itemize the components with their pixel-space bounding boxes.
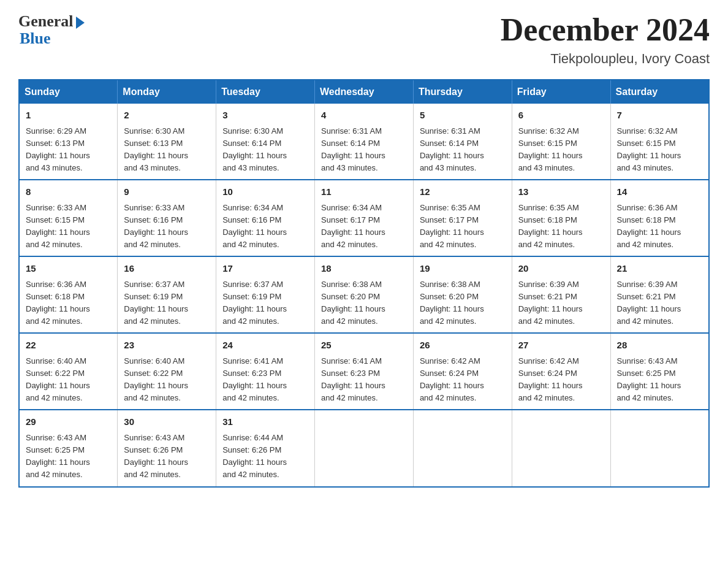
calendar-cell: 25Sunrise: 6:41 AMSunset: 6:23 PMDayligh… (315, 333, 414, 410)
title-section: December 2024 Tiekpoloupleu, Ivory Coast (501, 12, 710, 67)
day-number: 20 (518, 262, 604, 276)
column-header-sunday: Sunday (19, 80, 118, 104)
day-number: 6 (518, 109, 604, 123)
day-number: 31 (222, 415, 308, 429)
day-info: Sunrise: 6:36 AMSunset: 6:18 PMDaylight:… (26, 280, 90, 326)
calendar-cell: 24Sunrise: 6:41 AMSunset: 6:23 PMDayligh… (216, 333, 315, 410)
location-subtitle: Tiekpoloupleu, Ivory Coast (501, 51, 710, 67)
calendar-cell: 2Sunrise: 6:30 AMSunset: 6:13 PMDaylight… (118, 104, 216, 180)
calendar-cell: 12Sunrise: 6:35 AMSunset: 6:17 PMDayligh… (413, 180, 512, 256)
page-header: General Blue December 2024 Tiekpoloupleu… (18, 12, 710, 67)
calendar-week-row: 1Sunrise: 6:29 AMSunset: 6:13 PMDaylight… (19, 104, 709, 180)
day-info: Sunrise: 6:34 AMSunset: 6:16 PMDaylight:… (222, 203, 287, 249)
day-number: 25 (321, 339, 407, 353)
day-info: Sunrise: 6:31 AMSunset: 6:14 PMDaylight:… (420, 126, 484, 172)
calendar-cell (610, 410, 709, 486)
day-info: Sunrise: 6:42 AMSunset: 6:24 PMDaylight:… (518, 356, 583, 402)
day-info: Sunrise: 6:32 AMSunset: 6:15 PMDaylight:… (617, 126, 681, 172)
calendar-cell: 4Sunrise: 6:31 AMSunset: 6:14 PMDaylight… (315, 104, 414, 180)
column-header-monday: Monday (118, 80, 216, 104)
calendar-cell: 18Sunrise: 6:38 AMSunset: 6:20 PMDayligh… (315, 256, 414, 333)
day-number: 5 (420, 109, 506, 123)
day-info: Sunrise: 6:32 AMSunset: 6:15 PMDaylight:… (518, 126, 583, 172)
day-number: 16 (124, 262, 210, 276)
calendar-cell: 15Sunrise: 6:36 AMSunset: 6:18 PMDayligh… (19, 256, 118, 333)
calendar-cell (512, 410, 610, 486)
day-number: 29 (26, 415, 111, 429)
calendar-cell (315, 410, 414, 486)
day-number: 10 (222, 185, 308, 199)
calendar-cell: 3Sunrise: 6:30 AMSunset: 6:14 PMDaylight… (216, 104, 315, 180)
logo-arrow-icon (76, 17, 85, 29)
logo: General Blue (18, 12, 85, 48)
day-number: 2 (124, 109, 210, 123)
calendar-cell: 13Sunrise: 6:35 AMSunset: 6:18 PMDayligh… (512, 180, 610, 256)
calendar-cell: 6Sunrise: 6:32 AMSunset: 6:15 PMDaylight… (512, 104, 610, 180)
day-number: 4 (321, 109, 407, 123)
day-info: Sunrise: 6:30 AMSunset: 6:13 PMDaylight:… (124, 126, 188, 172)
day-info: Sunrise: 6:42 AMSunset: 6:24 PMDaylight:… (420, 356, 484, 402)
day-number: 30 (124, 415, 210, 429)
calendar-cell: 26Sunrise: 6:42 AMSunset: 6:24 PMDayligh… (413, 333, 512, 410)
calendar-cell: 29Sunrise: 6:43 AMSunset: 6:25 PMDayligh… (19, 410, 118, 486)
day-info: Sunrise: 6:44 AMSunset: 6:26 PMDaylight:… (222, 433, 287, 479)
calendar-cell (413, 410, 512, 486)
day-info: Sunrise: 6:30 AMSunset: 6:14 PMDaylight:… (222, 126, 287, 172)
day-number: 23 (124, 339, 210, 353)
day-info: Sunrise: 6:33 AMSunset: 6:15 PMDaylight:… (26, 203, 90, 249)
day-info: Sunrise: 6:39 AMSunset: 6:21 PMDaylight:… (617, 280, 681, 326)
calendar-cell: 1Sunrise: 6:29 AMSunset: 6:13 PMDaylight… (19, 104, 118, 180)
calendar-week-row: 22Sunrise: 6:40 AMSunset: 6:22 PMDayligh… (19, 333, 709, 410)
day-number: 11 (321, 185, 407, 199)
calendar-cell: 5Sunrise: 6:31 AMSunset: 6:14 PMDaylight… (413, 104, 512, 180)
day-number: 12 (420, 185, 506, 199)
calendar-cell: 31Sunrise: 6:44 AMSunset: 6:26 PMDayligh… (216, 410, 315, 486)
calendar-table: SundayMondayTuesdayWednesdayThursdayFrid… (18, 79, 710, 487)
day-number: 19 (420, 262, 506, 276)
day-info: Sunrise: 6:38 AMSunset: 6:20 PMDaylight:… (420, 280, 484, 326)
day-number: 13 (518, 185, 604, 199)
day-info: Sunrise: 6:43 AMSunset: 6:25 PMDaylight:… (617, 356, 681, 402)
calendar-cell: 11Sunrise: 6:34 AMSunset: 6:17 PMDayligh… (315, 180, 414, 256)
day-info: Sunrise: 6:33 AMSunset: 6:16 PMDaylight:… (124, 203, 188, 249)
calendar-cell: 7Sunrise: 6:32 AMSunset: 6:15 PMDaylight… (610, 104, 709, 180)
day-info: Sunrise: 6:38 AMSunset: 6:20 PMDaylight:… (321, 280, 385, 326)
column-header-tuesday: Tuesday (216, 80, 315, 104)
day-info: Sunrise: 6:41 AMSunset: 6:23 PMDaylight:… (321, 356, 385, 402)
day-info: Sunrise: 6:43 AMSunset: 6:25 PMDaylight:… (26, 433, 90, 479)
day-info: Sunrise: 6:41 AMSunset: 6:23 PMDaylight:… (222, 356, 287, 402)
day-info: Sunrise: 6:43 AMSunset: 6:26 PMDaylight:… (124, 433, 188, 479)
day-number: 27 (518, 339, 604, 353)
day-number: 28 (617, 339, 702, 353)
calendar-cell: 8Sunrise: 6:33 AMSunset: 6:15 PMDaylight… (19, 180, 118, 256)
day-number: 24 (222, 339, 308, 353)
day-number: 3 (222, 109, 308, 123)
day-number: 22 (26, 339, 111, 353)
day-info: Sunrise: 6:35 AMSunset: 6:17 PMDaylight:… (420, 203, 484, 249)
day-info: Sunrise: 6:37 AMSunset: 6:19 PMDaylight:… (124, 280, 188, 326)
calendar-cell: 9Sunrise: 6:33 AMSunset: 6:16 PMDaylight… (118, 180, 216, 256)
column-header-friday: Friday (512, 80, 610, 104)
calendar-cell: 16Sunrise: 6:37 AMSunset: 6:19 PMDayligh… (118, 256, 216, 333)
calendar-header-row: SundayMondayTuesdayWednesdayThursdayFrid… (19, 80, 709, 104)
day-number: 7 (617, 109, 702, 123)
day-number: 26 (420, 339, 506, 353)
calendar-cell: 27Sunrise: 6:42 AMSunset: 6:24 PMDayligh… (512, 333, 610, 410)
day-number: 8 (26, 185, 111, 199)
column-header-thursday: Thursday (413, 80, 512, 104)
calendar-cell: 20Sunrise: 6:39 AMSunset: 6:21 PMDayligh… (512, 256, 610, 333)
day-number: 1 (26, 109, 111, 123)
calendar-cell: 30Sunrise: 6:43 AMSunset: 6:26 PMDayligh… (118, 410, 216, 486)
calendar-cell: 10Sunrise: 6:34 AMSunset: 6:16 PMDayligh… (216, 180, 315, 256)
day-info: Sunrise: 6:36 AMSunset: 6:18 PMDaylight:… (617, 203, 681, 249)
day-info: Sunrise: 6:40 AMSunset: 6:22 PMDaylight:… (26, 356, 90, 402)
column-header-wednesday: Wednesday (315, 80, 414, 104)
calendar-cell: 22Sunrise: 6:40 AMSunset: 6:22 PMDayligh… (19, 333, 118, 410)
month-title: December 2024 (501, 12, 710, 47)
calendar-cell: 28Sunrise: 6:43 AMSunset: 6:25 PMDayligh… (610, 333, 709, 410)
calendar-cell: 14Sunrise: 6:36 AMSunset: 6:18 PMDayligh… (610, 180, 709, 256)
logo-general-text: General (18, 12, 74, 31)
day-number: 9 (124, 185, 210, 199)
day-info: Sunrise: 6:39 AMSunset: 6:21 PMDaylight:… (518, 280, 583, 326)
day-number: 14 (617, 185, 702, 199)
